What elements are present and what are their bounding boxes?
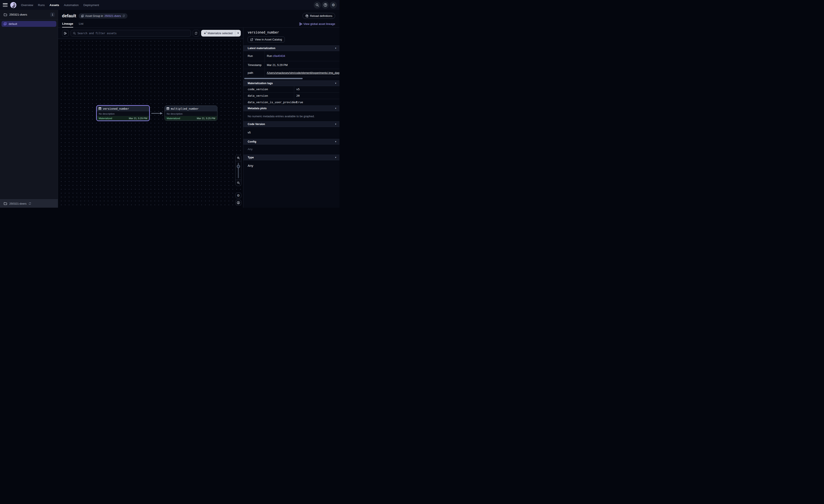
code-version-value: v5 xyxy=(243,127,339,139)
view-global-asset-lineage-link[interactable]: View global asset lineage xyxy=(299,22,335,27)
sidebar-group-count-badge: 1 xyxy=(50,12,55,17)
gear-icon: ⚙ xyxy=(332,3,335,7)
table-icon xyxy=(99,107,101,110)
sidebar-footer-repo[interactable]: 250321-dvers xyxy=(0,199,58,208)
page-title: default xyxy=(62,13,76,18)
refresh-icon[interactable] xyxy=(122,14,125,17)
folder-icon xyxy=(4,13,7,16)
zoom-out-button[interactable] xyxy=(235,180,241,186)
menu-icon[interactable] xyxy=(3,3,8,7)
section-type[interactable]: Type ▼ xyxy=(243,155,339,160)
graph-settings-button[interactable]: ⚙ xyxy=(235,193,241,198)
reload-definitions-button[interactable]: Reload definitions xyxy=(302,13,335,19)
tab-lineage[interactable]: Lineage xyxy=(62,22,73,27)
chevron-down-icon: ▼ xyxy=(335,82,337,84)
search-icon xyxy=(73,32,76,35)
refresh-icon[interactable] xyxy=(28,202,31,205)
asset-node-multiplied_number[interactable]: multiplied_number No description Materia… xyxy=(165,106,217,121)
top-nav: Overview Runs Assets Automation Deployme… xyxy=(0,0,339,10)
external-link-icon xyxy=(250,38,253,41)
chevron-down-icon: ▼ xyxy=(335,156,337,158)
asset-node-status: Materialized xyxy=(167,117,180,120)
asset-group-badge[interactable]: Asset Group in 250321-dvers xyxy=(79,13,127,19)
lineage-canvas[interactable]: versioned_number No description Material… xyxy=(58,39,243,208)
section-latest-materialization[interactable]: Latest materialization ▼ xyxy=(243,45,339,51)
row-label: path xyxy=(243,69,265,77)
zoom-in-button[interactable] xyxy=(235,155,241,161)
asset-node-timestamp: Mar 21, 5:29 PM xyxy=(129,117,147,120)
asset-detail-panel: versioned_number View in Asset Catalog L… xyxy=(243,28,339,208)
sidebar-group-label: 250321-dvers xyxy=(9,13,27,16)
tag-value: true xyxy=(294,99,339,106)
run-value-prefix: Run xyxy=(267,54,273,57)
refresh-graph-button[interactable] xyxy=(193,30,199,36)
chevron-down-icon xyxy=(237,33,239,34)
sidebar-footer-label: 250321-dvers xyxy=(9,202,27,205)
asset-search-box xyxy=(71,30,191,36)
section-config[interactable]: Config ▼ xyxy=(243,139,339,144)
row-label: Run xyxy=(243,51,265,61)
section-materialization-tags[interactable]: Materialization tags ▼ xyxy=(243,81,339,86)
tag-value: 20 xyxy=(294,93,339,99)
dagster-logo-icon[interactable] xyxy=(10,2,17,8)
asset-group-icon xyxy=(81,14,84,17)
materialize-selected-button[interactable]: ✦ Materialize selected xyxy=(201,30,241,36)
lineage-graph-area: ✦ Materialize selected xyxy=(58,28,243,208)
primary-nav: Overview Runs Assets Automation Deployme… xyxy=(21,3,99,7)
chevron-down-icon: ▼ xyxy=(335,141,337,143)
timestamp-value: Mar 21, 5:29 PM xyxy=(265,61,339,69)
asset-node-name: multiplied_number xyxy=(171,107,199,110)
sidebar-group-250321-dvers[interactable]: 250321-dvers 1 xyxy=(0,10,58,19)
sidebar-item-default[interactable]: default xyxy=(2,21,56,27)
nav-item-deployment[interactable]: Deployment xyxy=(83,3,99,7)
app-root: Overview Runs Assets Automation Deployme… xyxy=(0,0,339,208)
view-in-asset-catalog-button[interactable]: View in Asset Catalog xyxy=(248,36,285,42)
reload-cube-icon xyxy=(305,14,309,17)
page-header: default Asset Group in 250321-dvers xyxy=(58,10,339,19)
download-image-button[interactable] xyxy=(235,200,241,206)
search-button[interactable] xyxy=(314,2,321,9)
search-input[interactable] xyxy=(78,31,189,35)
type-value: Any xyxy=(243,160,339,172)
view-in-asset-catalog-label: View in Asset Catalog xyxy=(255,38,282,41)
run-id-link[interactable]: c9a40434 xyxy=(273,54,285,57)
help-button[interactable] xyxy=(322,2,329,9)
asset-group-badge-text: Asset Group in xyxy=(85,14,103,17)
section-label: Metadata plots xyxy=(248,107,267,110)
nav-item-automation[interactable]: Automation xyxy=(64,3,79,7)
tag-value: v5 xyxy=(294,86,339,93)
nav-item-runs[interactable]: Runs xyxy=(38,3,45,7)
section-label: Type xyxy=(248,156,254,159)
tab-list[interactable]: List xyxy=(79,22,83,27)
chevron-down-icon: ▼ xyxy=(335,123,337,125)
zoom-slider-thumb[interactable] xyxy=(237,165,240,168)
materialize-selected-label: Materialize selected xyxy=(208,31,232,35)
metadata-plots-empty-text: No numeric metadata entries available to… xyxy=(243,111,339,121)
config-value: Any xyxy=(243,144,339,155)
tabs-bar: Lineage List View global asset lineage xyxy=(58,19,339,28)
latest-materialization-table: Run Run c9a40434 Timestamp Mar 21, 5:29 … xyxy=(243,51,339,77)
zoom-slider[interactable] xyxy=(235,161,241,180)
materialize-dropdown-button[interactable] xyxy=(235,30,241,36)
refresh-icon xyxy=(194,31,198,35)
path-link[interactable]: /Users/smackesey/stm/code/elementl/exper… xyxy=(267,72,340,75)
section-label: Latest materialization xyxy=(248,47,275,50)
download-icon xyxy=(237,201,240,205)
sidebar-item-label: default xyxy=(9,22,17,25)
section-code-version[interactable]: Code Version ▼ xyxy=(243,121,339,127)
asset-group-badge-link[interactable]: 250321-dvers xyxy=(104,14,121,17)
section-metadata-plots[interactable]: Metadata plots ▼ xyxy=(243,106,339,111)
panel-asset-title: versioned_number xyxy=(243,28,339,34)
nav-item-overview[interactable]: Overview xyxy=(21,3,33,7)
tag-key: data_version xyxy=(243,93,294,99)
expand-panel-button[interactable] xyxy=(62,30,69,36)
nav-item-assets[interactable]: Assets xyxy=(49,3,59,7)
asset-node-versioned_number[interactable]: versioned_number No description Material… xyxy=(96,105,150,121)
settings-button[interactable]: ⚙ xyxy=(330,2,337,9)
asset-node-description: No description xyxy=(165,111,217,116)
materialization-tags-table: code_version v5 data_version 20 data_ver… xyxy=(243,86,339,106)
horizontal-scrollbar[interactable] xyxy=(244,78,303,79)
section-label: Config xyxy=(248,140,256,143)
asset-node-description: No description xyxy=(97,111,149,116)
graph-toolbar: ✦ Materialize selected xyxy=(58,28,243,39)
